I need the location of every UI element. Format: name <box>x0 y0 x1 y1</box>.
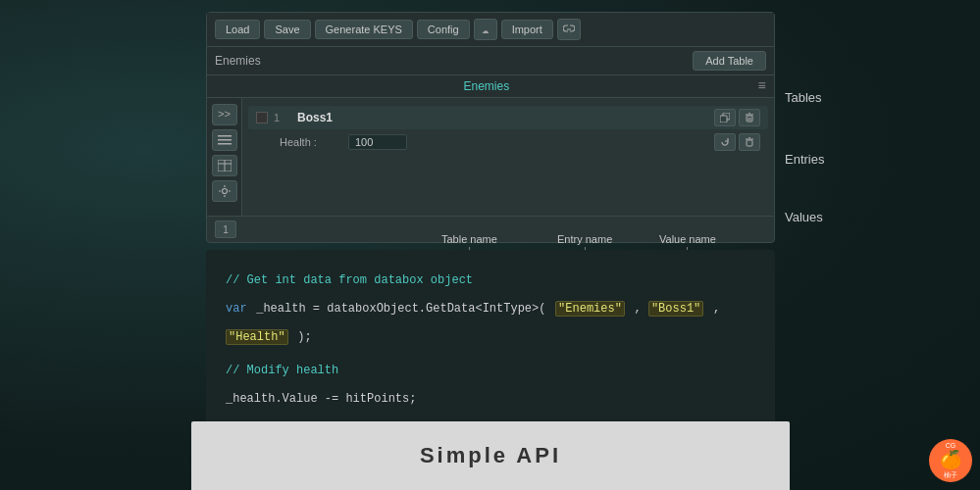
code-enemies-highlight: "Enemies" <box>555 301 625 317</box>
table-name-row: Enemies Add Table <box>207 47 774 75</box>
entry-delete-button[interactable] <box>739 109 760 126</box>
settings-icon[interactable] <box>212 180 237 202</box>
code-keyword-var: var <box>226 302 247 316</box>
code-boss-highlight: "Boss1" <box>648 301 703 317</box>
tables-label: Tables <box>785 90 824 105</box>
code-comma1: , <box>635 302 648 316</box>
main-panel: Load Save Generate KEYS Config ☁ Import … <box>206 12 775 243</box>
add-table-button[interactable]: Add Table <box>693 51 766 71</box>
config-button[interactable]: Config <box>417 20 470 39</box>
entry-row: 1 Boss1 <box>248 106 768 129</box>
code-comma2: , <box>713 302 720 316</box>
page-number[interactable]: 1 <box>215 220 236 238</box>
code-line1-suffix: ); <box>297 330 311 344</box>
right-labels: Tables Entries Values <box>785 12 824 224</box>
expand-icon[interactable]: >> <box>212 104 237 125</box>
tabs-row: Enemies ≡ <box>207 75 774 98</box>
content-area: >> <box>207 98 774 216</box>
link-icon[interactable] <box>557 19 581 40</box>
table-name-label: Enemies <box>215 54 693 68</box>
svg-rect-14 <box>747 140 752 146</box>
watermark: CG 🍊 柚子 <box>929 439 972 482</box>
entry-name-annotation: Entry name <box>557 233 612 245</box>
entry-number: 1 <box>274 112 289 123</box>
entry-name: Boss1 <box>297 111 714 124</box>
svg-rect-8 <box>720 116 727 122</box>
active-tab[interactable]: Enemies <box>215 79 758 93</box>
generate-keys-button[interactable]: Generate KEYS <box>315 20 413 39</box>
entries-area: 1 Boss1 <box>242 98 774 216</box>
toolbar: Load Save Generate KEYS Config ☁ Import <box>207 13 774 47</box>
tab-menu-icon[interactable]: ≡ <box>758 78 766 94</box>
left-sidebar-icons: >> <box>207 98 242 216</box>
load-button[interactable]: Load <box>215 20 260 39</box>
entry-actions <box>714 109 760 126</box>
value-label: Health : <box>280 136 348 148</box>
code-line2: _health.Value -= hitPoints; <box>226 392 416 406</box>
entry-copy-button[interactable] <box>714 109 736 126</box>
svg-rect-2 <box>218 143 232 145</box>
watermark-top-text: CG <box>946 442 956 449</box>
save-button[interactable]: Save <box>264 20 310 39</box>
code-comment1: // Get int data from databox object <box>226 273 473 287</box>
code-var-name: _health = databoxObject.GetData<IntType>… <box>256 302 545 316</box>
bottom-banner: Simple API <box>191 421 790 490</box>
banner-title: Simple API <box>420 443 561 468</box>
table-name-annotation: Table name <box>441 233 497 245</box>
values-label: Values <box>785 210 824 224</box>
value-name-annotation: Value name <box>659 233 716 245</box>
watermark-icon: 🍊 <box>940 449 961 470</box>
code-area: // Get int data from databox object var … <box>206 250 775 428</box>
code-comment2: // Modify health <box>226 364 338 377</box>
value-delete-button[interactable] <box>739 133 760 151</box>
svg-rect-9 <box>747 116 752 122</box>
cloud-icon[interactable]: ☁ <box>474 19 497 40</box>
list-icon[interactable] <box>212 129 237 151</box>
value-row: Health : <box>248 131 768 153</box>
entries-label: Entries <box>785 152 824 167</box>
entry-checkbox[interactable] <box>256 112 268 123</box>
value-actions <box>714 133 760 151</box>
value-refresh-button[interactable] <box>714 133 736 151</box>
import-button[interactable]: Import <box>501 20 553 39</box>
code-health-highlight: "Health" <box>226 329 288 345</box>
value-input[interactable] <box>348 134 407 150</box>
svg-rect-1 <box>218 139 232 141</box>
svg-point-6 <box>222 189 227 194</box>
table-icon[interactable] <box>212 155 237 176</box>
svg-rect-0 <box>218 135 232 137</box>
watermark-bottom-text: 柚子 <box>944 470 957 480</box>
